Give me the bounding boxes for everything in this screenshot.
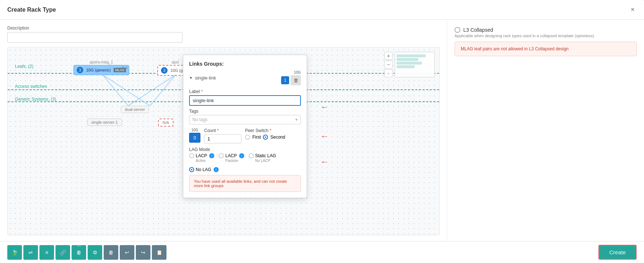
link-group-name: single-link: [195, 75, 279, 81]
lacp-passive-sub: Passive: [225, 159, 238, 163]
no-lag-info[interactable]: i: [214, 167, 219, 172]
delete-group-button[interactable]: 🗑: [291, 75, 301, 85]
peer-switch-section: Peer Switch * First Second: [245, 128, 301, 140]
leaf2-count: 3: [161, 67, 168, 74]
tool-wrench-button[interactable]: ⚙: [88, 245, 102, 260]
toolbar: 🍃 ⇌ ≡ 🔗 ⚠ 🗑 ⚙ 🗑 ↩: [7, 245, 166, 260]
generic-label[interactable]: Generic Systems, (3): [15, 97, 56, 102]
description-section: Description: [7, 26, 440, 43]
zoom-fit-button[interactable]: ○: [384, 69, 392, 77]
popup-warning: You have used all available links, and c…: [189, 175, 301, 192]
modal-body: Description Leafs, (2) Access switches G…: [0, 20, 644, 241]
first-radio[interactable]: [245, 135, 250, 140]
lacp-passive-option: LACP i Passive: [219, 153, 244, 163]
mini-map: [395, 52, 435, 77]
lacp-passive-label: LACP: [225, 153, 237, 158]
speed-section: 10G 0: [189, 128, 200, 143]
tool-link-button[interactable]: ⇌: [23, 245, 38, 260]
tags-section: Tags No tags ▾: [189, 109, 301, 124]
tags-chevron-icon: ▾: [295, 117, 298, 122]
tool-redo-button[interactable]: ↪: [136, 245, 150, 260]
no-lag-label: No LAG: [196, 167, 211, 172]
group-count-badge: 1: [281, 76, 289, 84]
left-panel: Description Leafs, (2) Access switches G…: [0, 20, 447, 241]
tool-undo-button[interactable]: ↩: [120, 245, 134, 260]
first-label: First: [252, 135, 261, 140]
peer-options: First Second: [245, 135, 301, 140]
single-server-node[interactable]: single-server-1: [87, 119, 122, 126]
zoom-out-button[interactable]: −: [384, 61, 392, 69]
lacp-active-info[interactable]: i: [209, 153, 214, 158]
static-lag-label: Static LAG: [255, 153, 276, 158]
create-button[interactable]: Create: [598, 245, 637, 260]
peer-switch-label: Peer Switch *: [245, 128, 301, 133]
access-label[interactable]: Access switches: [15, 84, 47, 89]
second-label: Second: [270, 135, 285, 140]
leaf1-count: 3: [77, 67, 83, 73]
lacp-passive-info[interactable]: i: [239, 153, 244, 158]
second-radio[interactable]: [263, 135, 268, 140]
lag-options-row: LACP i Active LACP i: [189, 153, 301, 172]
lag-mode-section: LAG Mode LACP i Active: [189, 147, 301, 172]
no-lag-radio[interactable]: [189, 167, 194, 172]
description-input[interactable]: [7, 32, 183, 43]
warning-box: MLAG leaf pairs are not allowed in L3 Co…: [455, 42, 637, 56]
arrow-label: ←: [321, 103, 329, 112]
diagram-area: Leafs, (2) Access switches Generic Syste…: [7, 47, 440, 235]
tags-dropdown[interactable]: No tags ▾: [189, 115, 301, 124]
tool-delete-button[interactable]: 🗑: [104, 245, 118, 260]
static-lag-sub: No LACP: [255, 159, 271, 163]
count-section: Count *: [204, 128, 241, 143]
lacp-active-label: LACP: [196, 153, 207, 158]
lacp-active-sub: Active: [196, 159, 206, 163]
tags-placeholder: No tags: [192, 117, 207, 122]
static-lag-radio[interactable]: [249, 153, 254, 158]
no-lag-option: No LAG i: [189, 167, 219, 172]
chevron-icon: ▼: [189, 76, 193, 80]
leafs-label[interactable]: Leafs, (2): [15, 64, 34, 69]
label-field-section: Label *: [189, 89, 301, 106]
modal-container: Create Rack Type × Description Leafs, (2…: [0, 0, 644, 263]
tool-list-button[interactable]: ≡: [39, 245, 54, 260]
tool-trash-button[interactable]: ⚠ 🗑: [72, 245, 86, 260]
links-groups-popup: Links Groups: ▼ single-link 10G 1 🗑: [183, 55, 307, 198]
zoom-in-button[interactable]: +: [384, 52, 392, 60]
count-label: Count *: [204, 128, 241, 133]
lacp-active-radio[interactable]: [189, 153, 194, 158]
dual-server-label: dual-server: [125, 107, 145, 112]
link-group-row: ▼ single-link 10G 1 🗑: [189, 70, 301, 85]
description-label: Description: [7, 26, 440, 31]
zoom-controls: + − ○: [384, 52, 392, 77]
warning-text: MLAG leaf pairs are not allowed in L3 Co…: [461, 46, 569, 51]
l3-row: L3 Collapsed: [455, 27, 637, 33]
single-server-label: single-server-1: [91, 120, 118, 124]
leaf-node-1-name: apstra-mlag_1: [73, 60, 129, 64]
l3-description: Applicable when designing rack types use…: [455, 34, 637, 38]
dual-server-node[interactable]: dual-server: [121, 106, 149, 113]
l3-label: L3 Collapsed: [463, 27, 493, 33]
na-label: N/A: [162, 120, 169, 125]
lag-mode-label: LAG Mode: [189, 147, 301, 152]
l3-section: L3 Collapsed Applicable when designing r…: [455, 26, 637, 38]
modal-header: Create Rack Type ×: [0, 0, 644, 20]
leaf1-type: 10G (generic): [86, 68, 111, 72]
speed-selector[interactable]: 0: [189, 133, 200, 143]
label-field-label: Label *: [189, 89, 301, 94]
arrow-peer: ←: [321, 132, 329, 141]
tool-leaf-button[interactable]: 🍃: [7, 245, 22, 260]
na-node[interactable]: N/A: [158, 119, 173, 127]
lacp-passive-radio[interactable]: [219, 153, 224, 158]
popup-title: Links Groups:: [189, 61, 301, 67]
leaf-node-1[interactable]: apstra-mlag_1 ⚙ ✕ 3 10G (generic) MLAG: [73, 60, 129, 75]
close-button[interactable]: ×: [628, 5, 637, 14]
lacp-active-option: LACP i Active: [189, 153, 214, 163]
count-input[interactable]: [204, 134, 241, 143]
arrow-lag: ←: [321, 157, 329, 167]
label-input[interactable]: [189, 95, 301, 106]
l3-radio[interactable]: [455, 27, 460, 33]
popup-warning-text: You have used all available links, and c…: [194, 179, 287, 188]
speed-label-top: 10G: [294, 70, 301, 74]
tool-copy-button[interactable]: 📋: [152, 245, 166, 260]
tool-connect-button[interactable]: 🔗: [55, 245, 70, 260]
static-lag-option: Static LAG No LACP: [249, 153, 276, 163]
